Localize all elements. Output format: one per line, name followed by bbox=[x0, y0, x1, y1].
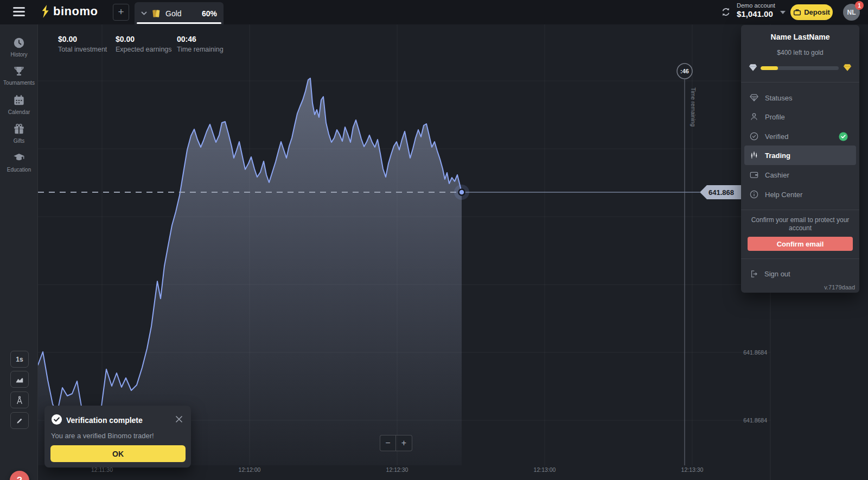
time-axis-label: 12:12:00 bbox=[239, 466, 261, 473]
stat-expected-earnings: $0.00 Expected earnings bbox=[116, 35, 172, 53]
gold-progress-fill bbox=[761, 66, 778, 70]
verification-toast: Verification complete You are a verified… bbox=[44, 406, 191, 468]
sidebar: History Tournaments Calendar bbox=[0, 24, 38, 480]
drawing-button[interactable] bbox=[10, 412, 29, 429]
panel-item-statuses[interactable]: Statuses bbox=[741, 89, 859, 107]
info-icon bbox=[749, 189, 760, 200]
sidebar-item-gifts[interactable]: Gifts bbox=[0, 122, 38, 149]
diamond-icon bbox=[749, 92, 760, 103]
stat-label: Total investment bbox=[58, 46, 107, 53]
candlestick-icon bbox=[749, 150, 760, 161]
deposit-button[interactable]: Deposit bbox=[790, 4, 833, 20]
panel-item-cashier[interactable]: Cashier bbox=[741, 166, 859, 184]
calendar-icon bbox=[12, 93, 26, 108]
chart-type-button[interactable] bbox=[10, 371, 29, 388]
add-asset-tab-button[interactable]: + bbox=[113, 4, 129, 21]
asset-tab-payout: 60% bbox=[202, 9, 217, 18]
indicators-button[interactable] bbox=[10, 391, 29, 408]
briefcase-icon bbox=[793, 8, 801, 16]
price-tag-label: 641.868 bbox=[709, 188, 734, 197]
stat-total-investment: $0.00 Total investment bbox=[58, 35, 107, 53]
panel-item-trading[interactable]: Trading bbox=[744, 146, 856, 165]
caret-down-icon[interactable] bbox=[780, 11, 786, 14]
sidebar-item-label: Gifts bbox=[14, 138, 25, 144]
help-button[interactable]: ? bbox=[10, 471, 29, 480]
confirm-email-hint: Confirm your email to protect your accou… bbox=[749, 216, 852, 232]
time-axis-label: 12:12:30 bbox=[386, 466, 409, 473]
toast-title: Verification complete bbox=[66, 416, 143, 425]
gold-bars-icon bbox=[151, 9, 161, 18]
sign-out-button[interactable]: Sign out bbox=[741, 266, 859, 281]
divider bbox=[741, 82, 859, 83]
sign-out-label: Sign out bbox=[764, 270, 790, 278]
lightning-bolt-icon bbox=[41, 4, 50, 18]
asset-tab-gold[interactable]: Gold 60% bbox=[135, 2, 224, 24]
verified-badge-icon bbox=[839, 132, 848, 141]
divider bbox=[741, 258, 859, 259]
stat-value: $0.00 bbox=[116, 35, 172, 43]
gold-progress-track bbox=[761, 66, 839, 70]
refresh-balance-button[interactable] bbox=[720, 7, 732, 18]
price-axis-label: 641.8684 bbox=[743, 349, 767, 356]
person-icon bbox=[749, 111, 760, 122]
close-icon[interactable] bbox=[175, 415, 183, 424]
sign-out-icon bbox=[749, 269, 759, 279]
avatar-initials: NL bbox=[847, 9, 856, 16]
status-progress-label: $400 left to gold bbox=[741, 49, 859, 56]
stat-label: Time remaining bbox=[177, 46, 224, 53]
interval-button[interactable]: 1s bbox=[10, 351, 29, 368]
sidebar-item-education[interactable]: Education bbox=[0, 151, 38, 178]
sidebar-item-calendar[interactable]: Calendar bbox=[0, 93, 38, 121]
panel-item-profile[interactable]: Profile bbox=[741, 108, 859, 126]
sidebar-item-label: Tournaments bbox=[3, 80, 35, 86]
user-name: Name LastName bbox=[741, 33, 859, 41]
clock-icon bbox=[12, 36, 26, 50]
notification-count-badge: 1 bbox=[855, 1, 864, 10]
area-chart-icon bbox=[14, 374, 25, 385]
account-switcher[interactable]: Demo account $1,041.00 bbox=[737, 2, 783, 23]
menu-button[interactable] bbox=[13, 7, 25, 17]
time-axis-label: 12:13:00 bbox=[534, 466, 556, 473]
panel-item-label: Profile bbox=[765, 113, 785, 121]
price-axis-label: 641.8684 bbox=[743, 417, 767, 424]
price-dot bbox=[459, 190, 465, 195]
logo-text: binomo bbox=[53, 4, 98, 18]
panel-item-label: Statuses bbox=[765, 94, 793, 102]
wallet-icon bbox=[749, 169, 760, 180]
time-remaining-axis-label: Time remaining bbox=[690, 87, 697, 127]
account-type-label: Demo account bbox=[737, 2, 783, 9]
compass-icon bbox=[14, 395, 25, 406]
active-tab-indicator bbox=[137, 22, 221, 24]
stat-value: $0.00 bbox=[58, 35, 107, 43]
gold-diamond-icon bbox=[843, 64, 852, 72]
chevron-down-icon bbox=[141, 11, 147, 15]
app-root: 12:11:3012:12:0012:12:3012:13:0012:13:30… bbox=[0, 0, 868, 480]
stat-label: Expected earnings bbox=[116, 46, 172, 53]
asset-tab-label: Gold bbox=[165, 9, 182, 18]
divider bbox=[741, 210, 859, 210]
check-circle-icon bbox=[749, 131, 760, 142]
sidebar-item-label: History bbox=[10, 52, 27, 58]
zoom-in-button[interactable]: + bbox=[396, 435, 412, 451]
time-remaining-badge-label: :46 bbox=[680, 68, 689, 74]
ok-button[interactable]: OK bbox=[50, 445, 186, 462]
account-panel: Name LastName $400 left to gold Statuses… bbox=[741, 25, 859, 293]
sidebar-item-history[interactable]: History bbox=[0, 36, 38, 63]
panel-item-label: Trading bbox=[765, 151, 790, 160]
zoom-out-button[interactable]: − bbox=[380, 435, 396, 451]
panel-item-label: Help Center bbox=[765, 191, 802, 199]
refresh-icon bbox=[720, 7, 731, 17]
sidebar-item-label: Calendar bbox=[8, 109, 30, 115]
account-balance: $1,041.00 bbox=[737, 9, 783, 18]
sidebar-item-tournaments[interactable]: Tournaments bbox=[0, 64, 38, 91]
confirm-email-button[interactable]: Confirm email bbox=[748, 237, 853, 251]
pencil-icon bbox=[15, 416, 24, 426]
sidebar-item-label: Education bbox=[7, 167, 31, 173]
gift-icon bbox=[12, 122, 26, 136]
topbar: binomo + Gold 60% Demo account $1,041.00 bbox=[0, 0, 868, 24]
deposit-button-label: Deposit bbox=[804, 8, 830, 16]
panel-item-help-center[interactable]: Help Center bbox=[741, 185, 859, 204]
panel-item-verified[interactable]: Verified bbox=[741, 127, 859, 146]
panel-item-label: Verified bbox=[765, 132, 788, 141]
stat-time-remaining: 00:46 Time remaining bbox=[177, 35, 224, 53]
